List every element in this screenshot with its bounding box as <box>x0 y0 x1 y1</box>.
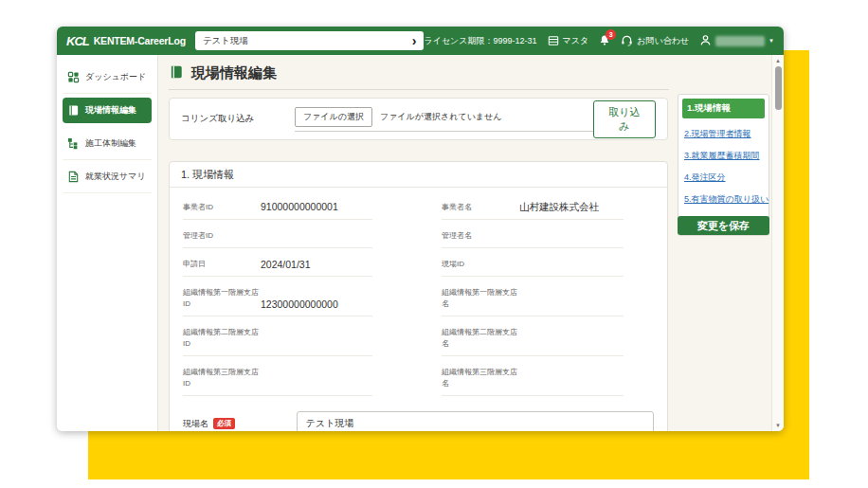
section-header: 1. 現場情報 <box>170 162 667 188</box>
file-select-button[interactable]: ファイルの選択 <box>295 107 372 127</box>
site-name-row: 現場名 必須 <box>170 407 667 431</box>
field-org-tier2-branch-name: 組織情報第二階層支店名 <box>442 327 624 356</box>
page-title: 現場情報編集 <box>169 64 669 90</box>
toc-item-site-manager-info[interactable]: 2.現場管理者情報 <box>684 128 763 140</box>
sidebar-item-label: 現場情報編集 <box>85 104 136 117</box>
book-icon <box>169 64 184 82</box>
scrollbar-thumb[interactable] <box>775 66 782 110</box>
field-org-tier3-branch-name: 組織情報第三階層支店名 <box>442 367 624 396</box>
sidebar-item-label: 就業状況サマリ <box>85 171 146 183</box>
field-org-tier1-branch-name: 組織情報第一階層支店名 <box>442 287 624 316</box>
file-status-text: ファイルが選択されていません <box>380 111 502 123</box>
corins-import-card: コリンズ取り込み ファイルの選択 ファイルが選択されていません 取り込み <box>169 98 668 140</box>
page-title-text: 現場情報編集 <box>191 64 277 82</box>
book-icon <box>67 104 80 117</box>
app-logo: KCL KENTEM-CareerLog <box>66 34 186 48</box>
sidebar: ダッシュボード 現場情報編集 <box>57 55 158 431</box>
field-label: 組織情報第三階層支店名 <box>442 367 519 389</box>
field-label: 組織情報第一階層支店ID <box>183 287 261 310</box>
field-row: 組織情報第二階層支店ID 組織情報第二階層支店名 <box>183 327 654 367</box>
file-input-control: ファイルの選択 ファイルが選択されていません <box>295 107 593 132</box>
app-window: KCL KENTEM-CareerLog テスト現場 › ライセンス期限：999… <box>57 27 784 431</box>
master-icon <box>548 35 559 46</box>
site-name-input[interactable] <box>297 411 654 431</box>
field-label: 事業者名 <box>442 202 519 213</box>
caret-down-icon: ▼ <box>769 38 774 44</box>
site-name-label-group: 現場名 必須 <box>183 418 297 430</box>
canvas: KCL KENTEM-CareerLog テスト現場 › ライセンス期限：999… <box>0 0 868 488</box>
contact-button[interactable]: お問い合わせ <box>621 34 689 48</box>
field-label: 申請日 <box>183 259 261 270</box>
field-row: 組織情報第一階層支店ID 12300000000000 組織情報第一階層支店名 <box>183 287 654 327</box>
field-label: 管理者名 <box>442 230 519 242</box>
site-info-section-card: 1. 現場情報 事業者ID 91000000000001 事業者名 山村建設株式… <box>169 161 668 431</box>
headset-icon <box>621 34 633 48</box>
field-label: 事業者ID <box>183 202 261 213</box>
chevron-right-icon: › <box>412 34 417 47</box>
field-site-id: 現場ID <box>442 259 624 278</box>
field-row: 事業者ID 91000000000001 事業者名 山村建設株式会社 <box>183 201 654 230</box>
field-manager-name: 管理者名 <box>442 230 624 248</box>
app-body: ダッシュボード 現場情報編集 <box>57 55 784 431</box>
field-org-tier1-branch-id: 組織情報第一階層支店ID 12300000000000 <box>183 287 372 316</box>
master-label: マスタ <box>563 35 589 47</box>
field-org-tier3-branch-id: 組織情報第三階層支店ID <box>183 367 372 396</box>
sidebar-item-label: ダッシュボード <box>85 71 146 83</box>
field-label: 組織情報第一階層支店名 <box>442 287 519 310</box>
sidebar-item-dashboard[interactable]: ダッシュボード <box>63 61 152 94</box>
field-value: 山村建設株式会社 <box>519 201 624 213</box>
user-icon <box>699 34 712 48</box>
fields-grid: 事業者ID 91000000000001 事業者名 山村建設株式会社 管理者ID <box>170 188 667 407</box>
vertical-scrollbar: ▲ ▼ <box>771 55 784 431</box>
org-tree-icon <box>67 137 80 150</box>
notification-count-badge: 3 <box>606 29 616 40</box>
logo-text: KENTEM-CareerLog <box>94 35 186 46</box>
field-application-date: 申請日 2024/01/31 <box>183 259 372 278</box>
notifications-button[interactable]: 3 <box>599 34 610 48</box>
field-row: 組織情報第三階層支店ID 組織情報第三階層支店名 <box>183 367 654 407</box>
user-name-redacted <box>715 36 765 46</box>
field-label: 管理者ID <box>183 230 261 242</box>
required-badge: 必須 <box>213 418 235 429</box>
field-row: 管理者ID 管理者名 <box>183 230 654 259</box>
field-business-id: 事業者ID 91000000000001 <box>183 201 372 220</box>
scroll-down-icon[interactable]: ▼ <box>772 423 784 428</box>
scroll-up-icon[interactable]: ▲ <box>772 58 784 63</box>
sidebar-item-construction-system-edit[interactable]: 施工体制編集 <box>63 127 152 160</box>
document-icon <box>67 171 80 183</box>
toc-item-hazardous-materials[interactable]: 5.有害物質の取り扱い <box>684 193 763 206</box>
sidebar-item-employment-summary[interactable]: 就業状況サマリ <box>63 160 152 193</box>
corins-import-label: コリンズ取り込み <box>181 113 295 125</box>
field-value: 2024/01/31 <box>261 259 372 271</box>
field-value: 91000000000001 <box>261 201 372 213</box>
user-menu[interactable]: ▼ <box>699 34 774 48</box>
toc-panel: 1.現場情報 2.現場管理者情報 3.就業履歴蓄積期間 4.発注区分 5.有害物… <box>678 94 769 236</box>
site-name-label: 現場名 <box>183 418 208 430</box>
logo-kcl-icon: KCL <box>66 34 89 48</box>
sidebar-item-label: 施工体制編集 <box>85 137 136 150</box>
field-org-tier2-branch-id: 組織情報第二階層支店ID <box>183 327 372 356</box>
field-label: 組織情報第二階層支店名 <box>442 327 519 350</box>
dashboard-grid-icon <box>67 71 80 83</box>
main-content: 現場情報編集 コリンズ取り込み ファイルの選択 ファイルが選択されていません 取… <box>158 55 771 431</box>
contact-label: お問い合わせ <box>637 35 689 47</box>
field-manager-id: 管理者ID <box>183 230 372 248</box>
toc-item-site-info[interactable]: 1.現場情報 <box>682 99 765 118</box>
header-right-cluster: ライセンス期限：9999-12-31 マスタ <box>424 34 774 48</box>
license-label: ライセンス期限：9999-12-31 <box>424 35 536 47</box>
field-label: 組織情報第二階層支店ID <box>183 327 261 350</box>
field-value: 12300000000000 <box>261 298 372 311</box>
toc-item-order-category[interactable]: 4.発注区分 <box>684 172 763 184</box>
field-business-name: 事業者名 山村建設株式会社 <box>442 201 624 220</box>
app-header: KCL KENTEM-CareerLog テスト現場 › ライセンス期限：999… <box>57 27 784 55</box>
site-selector-value: テスト現場 <box>203 35 412 47</box>
field-label: 現場ID <box>442 259 519 270</box>
field-row: 申請日 2024/01/31 現場ID <box>183 259 654 288</box>
sidebar-item-site-info-edit[interactable]: 現場情報編集 <box>63 98 152 123</box>
master-menu[interactable]: マスタ <box>548 35 589 47</box>
import-button[interactable]: 取り込み <box>593 100 656 138</box>
save-changes-button[interactable]: 変更を保存 <box>678 216 769 235</box>
field-label: 組織情報第三階層支店ID <box>183 367 261 389</box>
site-selector[interactable]: テスト現場 › <box>195 31 425 50</box>
toc-item-employment-history-period[interactable]: 3.就業履歴蓄積期間 <box>684 150 763 162</box>
